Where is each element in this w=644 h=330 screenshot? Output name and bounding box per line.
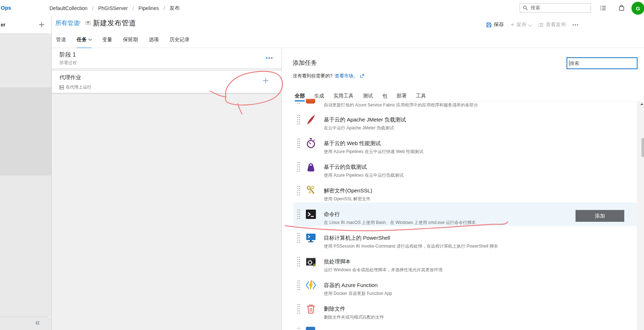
task-search-input[interactable]: 搜索 (567, 57, 638, 69)
sidebar-item-truncated[interactable]: er (1, 22, 5, 28)
search-icon (523, 5, 528, 10)
breadcrumb-pipelines[interactable]: Pipelines (138, 5, 159, 11)
text-cursor (569, 60, 569, 66)
drag-handle-icon[interactable] (297, 209, 300, 220)
category-tab-build[interactable]: 生成 (314, 91, 324, 101)
page-title: 新建发布管道 (93, 18, 136, 28)
task-list-item[interactable]: 基于云的 Apache JMeter 负载测试 在云中运行 Apache JMe… (293, 108, 638, 131)
drag-handle-icon[interactable] (297, 256, 300, 267)
drag-handle-icon[interactable] (297, 185, 300, 196)
release-label: 发布 (516, 21, 526, 28)
task-list-item[interactable]: 批处理脚本 运行 Windows 命令或批处理脚本，并选择性地允许其更改环境 (293, 250, 638, 273)
external-link-icon (360, 74, 364, 78)
task-title: 基于云的 Web 性能测试 (324, 140, 381, 147)
category-tab-test[interactable]: 测试 (363, 91, 373, 101)
drag-handle-icon[interactable] (297, 114, 300, 125)
agent-job-card[interactable]: 代理作业 在代理上运行 (52, 71, 282, 93)
category-tab-package[interactable]: 包 (382, 91, 387, 101)
task-list-item[interactable]: 解密文件(OpenSSL) 使用 OpenSSL 解密文件 (293, 179, 638, 202)
drag-handle-icon[interactable] (297, 280, 300, 291)
trash-icon (305, 303, 317, 315)
drag-handle-icon[interactable] (297, 233, 300, 243)
more-ellipsis-icon[interactable] (573, 24, 578, 25)
breadcrumb-project[interactable]: PhGISServer (98, 5, 128, 11)
marketplace-hint: 没有看到你需要的? 查看市场。 (293, 73, 364, 79)
tab-tasks[interactable]: 任务 (77, 32, 91, 49)
avatar[interactable]: G (631, 2, 644, 15)
task-list-item[interactable]: 容器的 Azure Function 使用 Docker 容器更新 Functi… (293, 273, 638, 297)
tab-options[interactable]: 选项 (149, 32, 159, 48)
release-pipeline-icon (85, 20, 91, 28)
category-tab-utility[interactable]: 实用工具 (333, 91, 354, 101)
pipeline-tab-bar: 管道 任务 变量 保留期 选项 历史记录 (52, 32, 644, 48)
tab-variables[interactable]: 变量 (102, 32, 112, 48)
add-task-panel: 添加任务 没有看到你需要的? 查看市场。 搜索 全部 生成 实用工具 测试 包 … (282, 48, 644, 330)
stopwatch-icon (305, 138, 317, 149)
tab-retention[interactable]: 保留期 (123, 32, 138, 48)
search-placeholder: 搜索 (531, 5, 540, 11)
breadcrumb-separator: / (164, 5, 165, 11)
task-title: 基于云的负载测试 (324, 164, 367, 171)
task-subtitle: 使用 Azure Pipelines 在云中运行负载测试 (324, 172, 403, 178)
task-list-item[interactable]: 删除文件 删除文件夹或与模式匹配的文件 (293, 297, 638, 321)
drag-handle-icon[interactable] (297, 162, 300, 172)
task-title: 基于云的 Apache JMeter 负载测试 (324, 116, 406, 123)
apache-jmeter-feather-icon (305, 114, 317, 125)
stage-type: 部署过程 (60, 60, 77, 66)
task-subtitle: 在 Linux 和 macOS 上使用 Bash、在 Windows 上使用 c… (324, 220, 476, 226)
sidebar-stage-thumbnail (0, 87, 51, 176)
marketplace-bag-icon[interactable] (618, 4, 625, 13)
view-releases-button[interactable]: 查看发布 (538, 21, 566, 28)
azure-devops-release-editor: Ops DefaultCollection / PhGISServer / Pi… (0, 0, 644, 330)
task-title: 解密文件(OpenSSL) (324, 187, 372, 194)
azure-function-bolt-icon (305, 279, 317, 291)
scrollbar-thumb[interactable] (641, 138, 644, 157)
chevron-right-icon: › (79, 18, 81, 26)
task-subtitle: 使用 OpenSSL 解密文件 (324, 196, 370, 202)
scrollbar-track[interactable] (637, 102, 644, 330)
top-bar: Ops DefaultCollection / PhGISServer / Pi… (0, 0, 644, 16)
all-pipelines-link[interactable]: 所有管道 (55, 19, 80, 27)
powershell-monitor-icon (305, 232, 317, 244)
tab-history[interactable]: 历史记录 (170, 32, 190, 48)
stage-card[interactable]: 阶段 1 部署过程 (52, 48, 282, 68)
sidebar-background (0, 176, 51, 317)
agent-machine-icon (60, 85, 64, 91)
task-list-item[interactable]: 基于云的 Web 性能测试 使用 Azure Pipelines 在云中运行快速… (293, 131, 638, 155)
drag-handle-icon[interactable] (297, 327, 300, 330)
global-search-input[interactable]: 搜索 (520, 3, 591, 13)
task-list-item[interactable]: 目标计算机上的 PowerShell 使用 PSSession 和 Invoke… (293, 226, 638, 250)
add-task-plus-button[interactable] (262, 77, 269, 85)
task-title: 命令行 (324, 211, 340, 218)
batch-window-gear-icon (305, 256, 317, 267)
add-task-button[interactable]: 添加 (576, 210, 624, 222)
scroll-up-arrow-icon[interactable] (640, 103, 643, 105)
category-tab-all[interactable]: 全部 (295, 91, 305, 101)
drag-handle-icon[interactable] (297, 303, 300, 314)
tab-pipeline[interactable]: 管道 (56, 32, 66, 48)
create-release-button[interactable]: + 发布 (511, 21, 531, 28)
agent-job-title: 代理作业 (60, 74, 81, 81)
breadcrumb-release[interactable]: 发布 (170, 5, 180, 11)
category-tab-deploy[interactable]: 部署 (397, 91, 407, 101)
save-button[interactable]: 保存 (486, 21, 504, 28)
stage-name: 阶段 1 (60, 51, 76, 59)
azure-devops-logo[interactable]: Ops (1, 5, 11, 11)
marketplace-link[interactable]: 查看市场。 (335, 73, 358, 79)
tab-tasks-label: 任务 (77, 37, 87, 42)
collapse-double-chevron-icon[interactable]: « (35, 318, 40, 327)
kettlebell-icon (305, 161, 317, 173)
category-tab-tool[interactable]: 工具 (416, 91, 426, 101)
add-icon[interactable] (38, 21, 45, 30)
task-title: 删除文件 (324, 306, 345, 312)
breadcrumb-collection[interactable]: DefaultCollection (49, 5, 87, 11)
task-title: 批处理脚本 (324, 258, 351, 265)
drag-handle-icon[interactable] (297, 100, 300, 105)
task-list-item-selected[interactable]: 命令行 在 Linux 和 macOS 上使用 Bash、在 Windows 上… (293, 202, 638, 226)
drag-handle-icon[interactable] (297, 138, 300, 149)
stage-tasks-panel: 阶段 1 部署过程 代理作业 在代理上运行 (52, 48, 282, 330)
work-list-icon[interactable] (600, 5, 606, 13)
stage-more-ellipsis-icon[interactable] (266, 57, 273, 59)
task-subtitle: 使用 Docker 容器更新 Function App (324, 291, 392, 297)
task-list-item[interactable]: 基于云的负载测试 使用 Azure Pipelines 在云中运行负载测试 (293, 155, 638, 179)
